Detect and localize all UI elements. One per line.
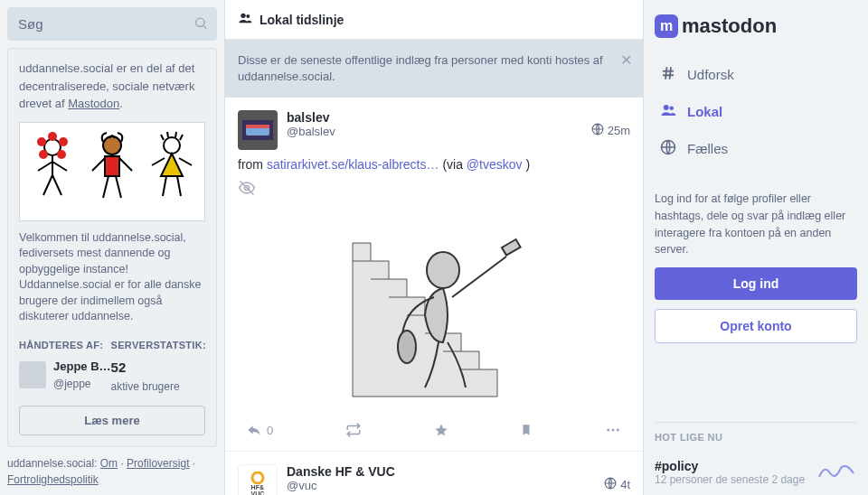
right-sidebar: mmastodon Udforsk Lokal Fælles Log ind f… bbox=[644, 0, 868, 495]
svg-point-30 bbox=[607, 429, 609, 432]
status-actions: 0 bbox=[238, 415, 630, 438]
svg-line-38 bbox=[670, 67, 672, 79]
banner-text: Disse er de seneste offentlige indlæg fr… bbox=[238, 53, 603, 83]
svg-point-7 bbox=[57, 150, 66, 159]
instance-domain: uddannelse.social bbox=[19, 61, 113, 75]
svg-point-40 bbox=[670, 107, 675, 111]
account-handle: @vuc bbox=[287, 479, 595, 492]
search-container bbox=[7, 7, 217, 41]
media-hidden-icon[interactable] bbox=[238, 179, 630, 201]
favourite-button[interactable] bbox=[434, 423, 448, 437]
info-banner: Disse er de seneste offentlige indlæg fr… bbox=[225, 40, 643, 98]
relative-time[interactable]: 25m bbox=[608, 124, 630, 137]
hashtag-icon bbox=[660, 65, 676, 84]
globe-icon bbox=[660, 139, 676, 158]
active-users-label: aktive brugere bbox=[111, 378, 206, 395]
svg-point-5 bbox=[59, 137, 68, 146]
nav-label: Fælles bbox=[687, 141, 728, 156]
bookmark-button[interactable] bbox=[520, 423, 533, 437]
svg-point-6 bbox=[39, 150, 48, 159]
media-attachment[interactable] bbox=[238, 207, 630, 415]
svg-line-37 bbox=[665, 67, 667, 79]
avatar[interactable] bbox=[238, 110, 278, 150]
primary-nav: Udforsk Lokal Fælles bbox=[655, 56, 857, 167]
footer-privacy[interactable]: Fortrolighedspolitik bbox=[7, 473, 99, 486]
instance-info: uddannelse.social er en del af det decen… bbox=[7, 48, 217, 447]
nav-label: Udforsk bbox=[687, 67, 734, 82]
svg-point-8 bbox=[103, 136, 121, 154]
sparkline-icon bbox=[817, 461, 857, 485]
login-button[interactable]: Log ind bbox=[655, 267, 857, 300]
svg-point-27 bbox=[427, 252, 459, 288]
svg-rect-15 bbox=[246, 125, 269, 128]
reply-count: 0 bbox=[267, 424, 273, 437]
admin-link[interactable]: Jeppe B… @jeppe bbox=[19, 358, 111, 392]
globe-icon bbox=[604, 477, 617, 492]
more-button[interactable] bbox=[605, 422, 621, 438]
instance-hero-image bbox=[19, 122, 205, 221]
mention-link[interactable]: @tveskov bbox=[467, 157, 523, 172]
svg-point-32 bbox=[617, 429, 619, 432]
relative-time[interactable]: 4t bbox=[620, 478, 630, 491]
content-link[interactable]: satirarkivet.se/klaus-albrects… bbox=[267, 157, 439, 172]
read-more-button[interactable]: Læs mere bbox=[19, 406, 205, 435]
mastodon-icon: m bbox=[655, 14, 678, 38]
close-icon[interactable]: ✕ bbox=[620, 51, 632, 70]
svg-point-31 bbox=[611, 429, 614, 432]
nav-label: Lokal bbox=[687, 104, 722, 119]
trend-tag: #policy bbox=[655, 459, 805, 473]
column-header: Lokal tidslinje bbox=[225, 0, 643, 40]
admin-name: Jeppe B… bbox=[53, 358, 111, 376]
svg-point-3 bbox=[48, 132, 57, 141]
login-hint: Log ind for at følge profiler eller hash… bbox=[655, 191, 857, 258]
svg-point-10 bbox=[164, 137, 180, 154]
boost-button[interactable] bbox=[345, 422, 362, 438]
avatar[interactable]: HF&VUC bbox=[238, 464, 278, 495]
mastodon-link[interactable]: Mastodon bbox=[68, 97, 119, 110]
admin-label: HÅNDTERES AF: bbox=[19, 338, 111, 353]
instance-welcome: Velkommen til uddannelse.social, fediver… bbox=[19, 230, 205, 325]
svg-point-29 bbox=[398, 331, 416, 363]
footer-profiles[interactable]: Profiloversigt bbox=[127, 457, 189, 470]
footer-about[interactable]: Om bbox=[100, 457, 118, 470]
svg-point-12 bbox=[246, 14, 250, 18]
admin-handle: @jeppe bbox=[53, 376, 111, 392]
status[interactable]: balslev @balslev 25m from satirarkivet.s… bbox=[225, 98, 643, 452]
feed[interactable]: balslev @balslev 25m from satirarkivet.s… bbox=[225, 98, 643, 495]
search-input[interactable] bbox=[7, 7, 217, 41]
stats-label: SERVERSTATSTIK: bbox=[111, 338, 206, 353]
status-content: from satirarkivet.se/klaus-albrects… (vi… bbox=[238, 157, 630, 172]
users-icon bbox=[238, 11, 252, 28]
svg-point-11 bbox=[241, 14, 245, 18]
column-title: Lokal tidslinje bbox=[259, 13, 344, 27]
admin-avatar bbox=[19, 361, 46, 388]
brand-logo[interactable]: mmastodon bbox=[655, 9, 857, 47]
brand-text: mastodon bbox=[682, 14, 777, 38]
nav-explore[interactable]: Udforsk bbox=[655, 56, 857, 93]
footer-links: uddannelse.social: Om · Profiloversigt ·… bbox=[7, 455, 217, 488]
display-name[interactable]: balslev bbox=[287, 110, 582, 125]
footer-domain: uddannelse.social bbox=[7, 457, 94, 470]
svg-rect-9 bbox=[105, 156, 119, 176]
status[interactable]: HF&VUC Danske HF & VUC @vuc 4t bbox=[225, 452, 643, 495]
trends-heading: HOT LIGE NU bbox=[655, 422, 857, 443]
users-icon bbox=[660, 102, 676, 121]
active-users-count: 52 bbox=[111, 358, 206, 378]
account-handle: @balslev bbox=[287, 125, 582, 138]
reply-button[interactable]: 0 bbox=[247, 423, 273, 437]
globe-icon bbox=[591, 123, 604, 138]
nav-local[interactable]: Lokal bbox=[655, 93, 857, 130]
display-name[interactable]: Danske HF & VUC bbox=[287, 464, 595, 479]
svg-point-33 bbox=[252, 472, 263, 483]
trend-item[interactable]: #policy 12 personer de seneste 2 dage bbox=[655, 459, 857, 486]
signup-button[interactable]: Opret konto bbox=[655, 309, 857, 343]
left-sidebar: uddannelse.social er en del af det decen… bbox=[0, 0, 224, 495]
svg-point-39 bbox=[664, 105, 669, 110]
trend-subtitle: 12 personer de seneste 2 dage bbox=[655, 473, 805, 486]
timeline-column: Lokal tidslinje Disse er de seneste offe… bbox=[224, 0, 644, 495]
nav-federated[interactable]: Fælles bbox=[655, 130, 857, 167]
svg-point-4 bbox=[37, 137, 46, 146]
